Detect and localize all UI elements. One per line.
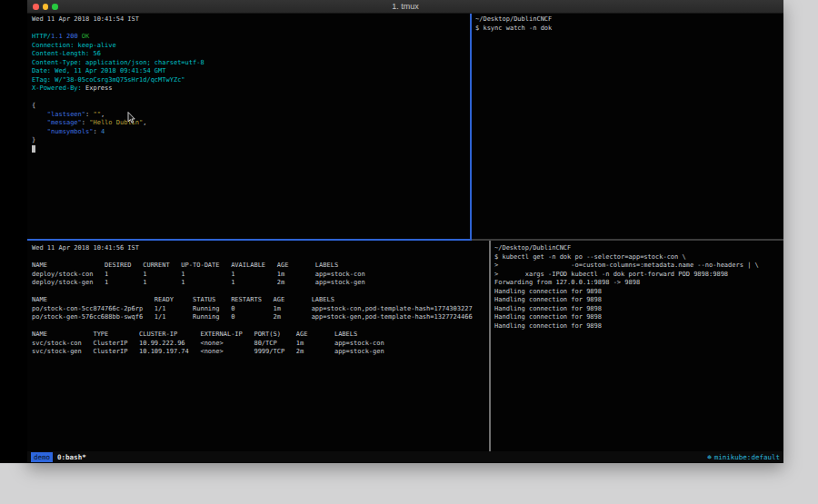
terminal-line: NAME TYPE CLUSTER-IP EXTERNAL-IP PORT(S)… [32,331,494,340]
terminal-line: ETag: W/"38-05coCsrg3mQ75sHr1d/qcMTwYZc" [32,76,474,85]
terminal-line: Connection: keep-alive [32,42,474,51]
terminal-line [32,25,474,34]
terminal-line [32,94,474,103]
terminal-line: Wed 11 Apr 2018 10:41:54 IST [32,15,474,25]
terminal-line: Date: Wed, 11 Apr 2018 09:41:54 GMT [32,67,474,76]
terminal-line: NAME DESIRED CURRENT UP-TO-DATE AVAILABL… [32,262,494,271]
window-controls [33,4,58,10]
terminal-line: X-Powered-By: Express [32,84,474,94]
terminal-window: 1. tmux Wed 11 Apr 2018 10:41:54 IST HTT… [27,0,783,463]
terminal-line: ~/Desktop/DublinCNCF [494,244,783,253]
pane-kubectl-resources[interactable]: Wed 11 Apr 2018 10:41:56 IST NAME DESIRE… [27,241,494,451]
terminal-line: $ ksync watch -n dok [475,25,783,34]
terminal-line: svc/stock-gen ClusterIP 10.109.197.74 <n… [32,348,494,357]
terminal-line: ~/Desktop/DublinCNCF [475,15,783,25]
terminal-line: po/stock-gen-576cc688bb-swqf6 1/1 Runnin… [32,313,494,322]
terminal-line: Handling connection for 9898 [494,296,783,305]
status-right: ☸minikube:default [707,453,780,461]
terminal-line: deploy/stock-con 1 1 1 1 1m app=stock-co… [32,271,494,280]
terminal-line [32,288,494,297]
close-button[interactable] [33,4,39,10]
terminal-line: Wed 11 Apr 2018 10:41:56 IST [32,244,494,253]
terminal-line: } [32,136,474,145]
terminal-line [32,145,474,154]
terminal-line: po/stock-con-5cc874766c-2p6rp 1/1 Runnin… [32,305,494,314]
terminal-line: NAME READY STATUS RESTARTS AGE LABELS [32,296,494,305]
pane-ksync-watch[interactable]: ~/Desktop/DublinCNCF$ ksync watch -n dok [472,14,783,241]
terminal-line: svc/stock-con ClusterIP 10.99.222.96 <no… [32,340,494,349]
terminal-line: Forwarding from 127.0.0.1:9898 -> 9898 [494,279,783,288]
terminal-line: HTTP/1.1 200 OK [32,33,474,42]
kubernetes-icon: ☸ [707,453,712,461]
session-name-badge[interactable]: demo [31,452,53,462]
kube-context-label: minikube:default [714,453,780,461]
terminal-line: "numsymbols": 4 [32,128,474,137]
window-label[interactable]: 0:bash* [57,453,86,461]
black-desktop-region [0,0,27,463]
terminal-line: Handling connection for 9898 [494,305,783,314]
mouse-cursor-icon [127,112,135,124]
terminal-line: deploy/stock-gen 1 1 1 1 2m app=stock-ge… [32,279,494,288]
minimize-button[interactable] [43,4,49,10]
pane-port-forward[interactable]: ~/Desktop/DublinCNCF$ kubectl get -n dok… [491,241,783,451]
terminal-line [32,253,494,262]
terminal-line: Handling connection for 9898 [494,313,783,322]
tmux-terminal: Wed 11 Apr 2018 10:41:54 IST HTTP/1.1 20… [27,14,783,451]
window-title: 1. tmux [27,0,783,13]
terminal-line: "lastseen": "", [32,111,474,120]
terminal-line: "message": "Hello Dublin", [32,119,474,128]
terminal-line: Content-Type: application/json; charset=… [32,59,474,68]
terminal-line: > -o=custom-columns=:metadata.name --no-… [494,262,783,271]
pane-http-response[interactable]: Wed 11 Apr 2018 10:41:54 IST HTTP/1.1 20… [27,14,474,241]
zoom-button[interactable] [52,4,58,10]
terminal-line: Handling connection for 9898 [494,322,783,331]
window-titlebar[interactable]: 1. tmux [27,0,783,14]
terminal-line: Content-Length: 56 [32,50,474,59]
terminal-line [32,322,494,331]
terminal-line: Handling connection for 9898 [494,288,783,297]
terminal-line: $ kubectl get -n dok po --selector=app=s… [494,253,783,262]
tmux-status-bar: demo 0:bash* ☸minikube:default [27,451,783,463]
terminal-line: { [32,102,474,111]
terminal-line: > xargs -IPOD kubectl -n dok port-forwar… [494,271,783,280]
